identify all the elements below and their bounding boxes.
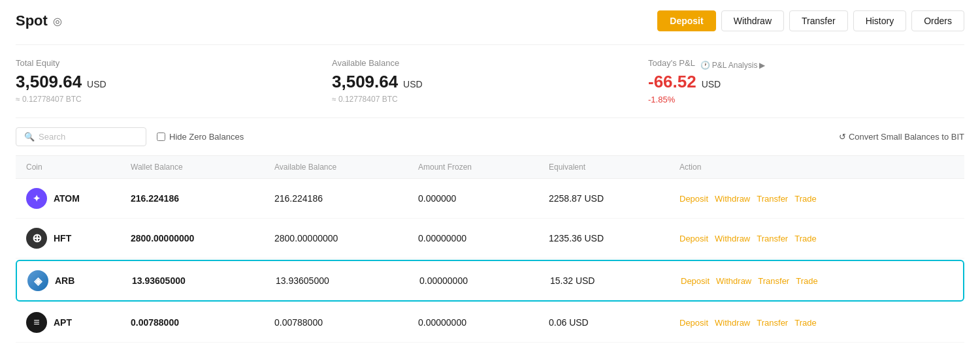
total-equity-currency: USD	[87, 79, 106, 89]
apt-equivalent: 0.06 USD	[549, 317, 679, 328]
available-balance-sub: ≈ 0.12778407 BTC	[332, 95, 648, 104]
apt-actions: Deposit Withdraw Transfer Trade	[679, 318, 954, 328]
total-equity-block: Total Equity 3,509.64 USD ≈ 0.12778407 B…	[16, 58, 332, 104]
coin-cell-apt: ≡ APT	[26, 312, 131, 333]
pnl-block: Today's P&L 🕐 P&L Analysis ▶ -66.52 USD …	[648, 58, 964, 104]
search-box: 🔍	[16, 127, 146, 146]
hft-trade-link[interactable]: Trade	[794, 234, 816, 243]
apt-wallet-balance: 0.00788000	[131, 317, 274, 328]
arb-icon: ◈	[27, 270, 48, 291]
arb-actions: Deposit Withdraw Transfer Trade	[681, 276, 953, 286]
hide-zero-balances-text: Hide Zero Balances	[169, 132, 244, 142]
deposit-button[interactable]: Deposit	[657, 10, 715, 31]
available-balance-currency: USD	[403, 79, 423, 89]
apt-transfer-link[interactable]: Transfer	[757, 318, 788, 328]
spot-page: Spot ◎ Deposit Withdraw Transfer History…	[0, 0, 980, 359]
atom-icon: ✦	[26, 188, 47, 209]
clock-icon: 🕐	[700, 61, 710, 70]
orders-button[interactable]: Orders	[911, 10, 964, 31]
th-amount-frozen: Amount Frozen	[418, 163, 549, 172]
apt-available-balance: 0.00788000	[274, 317, 418, 328]
table-row: ◈ ARB 13.93605000 13.93605000 0.00000000…	[16, 260, 964, 302]
hft-deposit-link[interactable]: Deposit	[679, 234, 708, 243]
apt-withdraw-link[interactable]: Withdraw	[715, 318, 750, 328]
pnl-analysis-link[interactable]: 🕐 P&L Analysis ▶	[700, 61, 766, 70]
pnl-header: Today's P&L 🕐 P&L Analysis ▶	[648, 58, 964, 72]
controls-left: 🔍 Hide Zero Balances	[16, 127, 244, 146]
total-equity-label: Total Equity	[16, 58, 332, 68]
arb-wallet-balance: 13.93605000	[132, 275, 276, 286]
th-wallet-balance: Wallet Balance	[131, 163, 274, 172]
th-equivalent: Equivalent	[549, 163, 679, 172]
atom-available-balance: 216.224186	[274, 193, 418, 204]
apt-icon: ≡	[26, 312, 47, 333]
header-left: Spot ◎	[16, 12, 62, 29]
coin-name-apt: APT	[54, 317, 72, 328]
arb-amount-frozen: 0.00000000	[419, 275, 550, 286]
atom-amount-frozen: 0.000000	[418, 193, 549, 204]
page-header: Spot ◎ Deposit Withdraw Transfer History…	[16, 10, 964, 45]
coin-table: Coin Wallet Balance Available Balance Am…	[16, 155, 964, 343]
controls-bar: 🔍 Hide Zero Balances ↺ Convert Small Bal…	[16, 118, 964, 155]
header-buttons: Deposit Withdraw Transfer History Orders	[657, 10, 964, 31]
table-row: ⊕ HFT 2800.00000000 2800.00000000 0.0000…	[16, 219, 964, 258]
pnl-value-row: -66.52 USD	[648, 72, 964, 92]
atom-equivalent: 2258.87 USD	[549, 193, 679, 204]
pnl-label: Today's P&L	[648, 58, 695, 68]
convert-icon: ↺	[839, 132, 846, 142]
chevron-right-icon: ▶	[759, 61, 765, 70]
available-balance-block: Available Balance 3,509.64 USD ≈ 0.12778…	[332, 58, 648, 104]
coin-name-atom: ATOM	[54, 193, 80, 204]
atom-deposit-link[interactable]: Deposit	[679, 194, 708, 204]
table-row: ✦ ATOM 216.224186 216.224186 0.000000 22…	[16, 179, 964, 219]
withdraw-button[interactable]: Withdraw	[721, 10, 784, 31]
hft-available-balance: 2800.00000000	[274, 233, 418, 243]
arb-available-balance: 13.93605000	[276, 275, 419, 286]
arb-deposit-link[interactable]: Deposit	[681, 276, 710, 286]
available-balance-value-row: 3,509.64 USD	[332, 72, 648, 92]
available-balance-label: Available Balance	[332, 58, 648, 68]
convert-small-balances-link[interactable]: ↺ Convert Small Balances to BIT	[839, 132, 964, 142]
transfer-button[interactable]: Transfer	[789, 10, 848, 31]
atom-withdraw-link[interactable]: Withdraw	[715, 194, 750, 204]
coin-cell-hft: ⊕ HFT	[26, 228, 131, 249]
arb-equivalent: 15.32 USD	[550, 275, 681, 286]
total-equity-sub: ≈ 0.12778407 BTC	[16, 95, 332, 104]
th-coin: Coin	[26, 163, 131, 172]
page-title: Spot	[16, 12, 48, 29]
search-input[interactable]	[39, 132, 130, 142]
eye-icon[interactable]: ◎	[53, 15, 62, 27]
atom-wallet-balance: 216.224186	[131, 193, 274, 204]
arb-withdraw-link[interactable]: Withdraw	[716, 276, 751, 286]
stats-row: Total Equity 3,509.64 USD ≈ 0.12778407 B…	[16, 45, 964, 118]
hft-withdraw-link[interactable]: Withdraw	[715, 234, 750, 243]
table-header: Coin Wallet Balance Available Balance Am…	[16, 155, 964, 179]
th-available-balance: Available Balance	[274, 163, 418, 172]
coin-cell-arb: ◈ ARB	[27, 270, 132, 291]
hide-zero-balances-label[interactable]: Hide Zero Balances	[157, 132, 244, 142]
hide-zero-balances-checkbox[interactable]	[157, 133, 165, 141]
search-icon: 🔍	[24, 132, 35, 142]
pnl-value: -66.52	[648, 72, 696, 91]
hft-equivalent: 1235.36 USD	[549, 233, 679, 243]
total-equity-value: 3,509.64	[16, 72, 82, 91]
apt-deposit-link[interactable]: Deposit	[679, 318, 708, 328]
table-row: ≡ APT 0.00788000 0.00788000 0.00000000 0…	[16, 303, 964, 343]
apt-trade-link[interactable]: Trade	[794, 318, 816, 328]
hft-actions: Deposit Withdraw Transfer Trade	[679, 234, 954, 243]
apt-amount-frozen: 0.00000000	[418, 317, 549, 328]
available-balance-value: 3,509.64	[332, 72, 398, 91]
atom-actions: Deposit Withdraw Transfer Trade	[679, 194, 954, 204]
total-equity-value-row: 3,509.64 USD	[16, 72, 332, 92]
hft-transfer-link[interactable]: Transfer	[757, 234, 788, 243]
atom-transfer-link[interactable]: Transfer	[757, 194, 788, 204]
history-button[interactable]: History	[853, 10, 907, 31]
pnl-currency: USD	[702, 79, 721, 89]
hft-amount-frozen: 0.00000000	[418, 233, 549, 243]
hft-icon: ⊕	[26, 228, 47, 249]
coin-name-arb: ARB	[55, 275, 74, 286]
arb-transfer-link[interactable]: Transfer	[758, 276, 789, 286]
coin-cell-atom: ✦ ATOM	[26, 188, 131, 209]
atom-trade-link[interactable]: Trade	[794, 194, 816, 204]
arb-trade-link[interactable]: Trade	[796, 276, 817, 286]
